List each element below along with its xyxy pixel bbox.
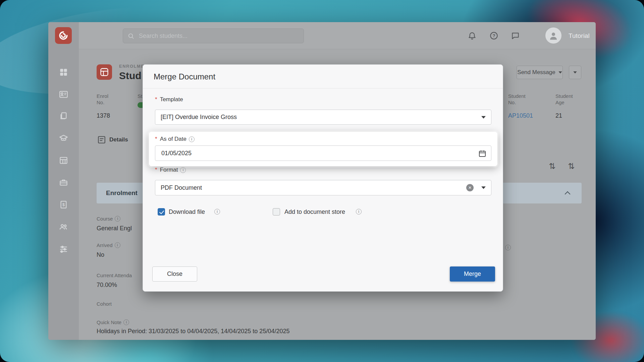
info-icon[interactable] xyxy=(123,319,129,325)
sidebar: $ xyxy=(48,22,79,340)
tab-details[interactable]: Details xyxy=(109,136,128,143)
field-label-quick-note: Quick Note xyxy=(97,319,129,325)
label-text: Arrived xyxy=(97,242,113,248)
notifications-bell-icon[interactable] xyxy=(468,31,477,40)
merge-button[interactable]: Merge xyxy=(450,266,495,282)
user-name[interactable]: Tutorial Admin xyxy=(569,22,596,49)
chat-icon[interactable] xyxy=(511,31,520,40)
info-icon[interactable] xyxy=(505,245,511,250)
close-button[interactable]: Close xyxy=(152,266,197,282)
required-asterisk: * xyxy=(155,167,157,173)
required-asterisk: * xyxy=(155,96,157,103)
send-message-label: Send Message xyxy=(517,69,555,76)
student-age-value: 21 xyxy=(555,112,562,119)
label-line: Student xyxy=(555,93,573,99)
sort-rows-icon[interactable] xyxy=(546,160,558,172)
info-icon[interactable] xyxy=(214,209,220,215)
help-icon[interactable]: ? xyxy=(489,31,498,40)
info-icon[interactable] xyxy=(115,216,120,222)
sidebar-item-briefcase-icon[interactable] xyxy=(59,178,68,187)
as-of-date-field[interactable] xyxy=(155,145,491,161)
send-message-button[interactable]: Send Message xyxy=(517,66,563,79)
search-input[interactable] xyxy=(138,32,299,40)
summary-label: Enrol No. xyxy=(97,93,108,106)
sidebar-item-settings-sliders-icon[interactable] xyxy=(59,244,68,253)
screen: ? Tutorial Admin xyxy=(0,0,644,362)
field-value-course: General Engl xyxy=(97,225,132,232)
merge-document-modal: Merge Document *Template [EIT] Overdue I… xyxy=(143,64,503,292)
student-no-link[interactable]: AP10501 xyxy=(508,112,533,119)
sidebar-item-contacts-card-icon[interactable] xyxy=(59,90,68,99)
summary-label-clipped: St xyxy=(138,93,142,99)
clear-selection-icon[interactable] xyxy=(466,184,474,191)
details-tab-icon xyxy=(97,135,106,144)
download-file-checkbox[interactable] xyxy=(158,208,165,216)
sidebar-item-dashboard-grid-icon[interactable] xyxy=(59,68,68,77)
sidebar-item-table-icon[interactable] xyxy=(59,156,68,165)
svg-text:?: ? xyxy=(492,33,495,38)
as-of-date-spotlight: *As of Date xyxy=(149,132,497,166)
template-select[interactable]: [EIT] Overdue Invoice Gross xyxy=(155,110,491,125)
as-of-date-label: *As of Date xyxy=(155,136,195,142)
modal-title: Merge Document xyxy=(154,65,215,88)
required-asterisk: * xyxy=(155,136,157,142)
format-select[interactable]: PDF Document xyxy=(155,180,491,195)
sidebar-item-invoice-icon[interactable]: $ xyxy=(59,200,68,209)
format-label: *Format xyxy=(155,167,186,173)
modal-header: Merge Document xyxy=(143,65,503,88)
label-text: Quick Note xyxy=(97,319,121,325)
info-icon[interactable] xyxy=(115,242,120,248)
reorder-rows-icon[interactable] xyxy=(566,160,577,172)
sidebar-item-staff-users-icon[interactable] xyxy=(59,222,68,231)
info-icon[interactable] xyxy=(189,136,195,142)
info-icon[interactable] xyxy=(356,209,362,215)
calendar-icon[interactable] xyxy=(478,149,486,158)
search-box[interactable] xyxy=(123,28,304,43)
chevron-down-icon xyxy=(573,71,577,74)
field-label-cohort: Cohort xyxy=(97,301,112,307)
label-line: Age xyxy=(555,100,565,105)
topbar: ? Tutorial Admin xyxy=(79,22,596,49)
summary-label: Student No. xyxy=(508,93,526,106)
collapse-chevron-icon[interactable] xyxy=(565,191,571,197)
label-line: Student xyxy=(508,93,526,99)
app-logo[interactable] xyxy=(55,27,72,44)
info-icon[interactable] xyxy=(180,167,186,173)
app-logo-swirl-icon xyxy=(58,30,69,41)
enrol-no-value: 1378 xyxy=(97,112,110,119)
more-actions-dropdown-button[interactable] xyxy=(569,66,581,79)
label-line: Enrol xyxy=(97,93,108,99)
enrolment-module-icon xyxy=(97,64,112,80)
download-file-label: Download file xyxy=(169,208,205,216)
sidebar-item-documents-icon[interactable] xyxy=(59,112,68,121)
page-title: Stud xyxy=(119,70,142,81)
format-select-value: PDF Document xyxy=(161,180,202,195)
layout-icon xyxy=(100,67,109,77)
label-text: Course xyxy=(97,216,113,222)
field-value-arrived: No xyxy=(97,251,104,258)
section-title: Enrolment xyxy=(106,183,138,203)
label-text: Format xyxy=(160,167,178,173)
as-of-date-input[interactable] xyxy=(161,146,429,161)
field-label-attendance: Current Attenda xyxy=(97,273,132,278)
search-icon xyxy=(128,33,134,39)
chevron-down-icon xyxy=(481,116,486,119)
avatar[interactable] xyxy=(545,27,561,44)
add-to-document-store-checkbox[interactable] xyxy=(273,208,280,216)
add-to-document-store-label: Add to document store xyxy=(284,208,345,216)
label-text: As of Date xyxy=(160,136,186,142)
field-label-arrived: Arrived xyxy=(97,242,120,248)
field-value-quick-note: Holidays in Period: 31/03/2025 to 04/04/… xyxy=(97,328,289,335)
svg-text:$: $ xyxy=(62,202,65,207)
label-line: No. xyxy=(508,100,516,105)
chevron-down-icon xyxy=(558,71,562,74)
app-window: ? Tutorial Admin xyxy=(48,22,596,340)
label-text: Current Attenda xyxy=(97,273,132,278)
label-text: Template xyxy=(160,96,183,103)
chevron-down-icon xyxy=(481,186,486,189)
field-value-attendance: 70.00% xyxy=(97,282,117,289)
label-line: No. xyxy=(97,100,104,105)
sidebar-item-courses-graduation-icon[interactable] xyxy=(59,134,68,143)
person-icon xyxy=(548,31,558,41)
summary-label: Student Age xyxy=(555,93,573,106)
